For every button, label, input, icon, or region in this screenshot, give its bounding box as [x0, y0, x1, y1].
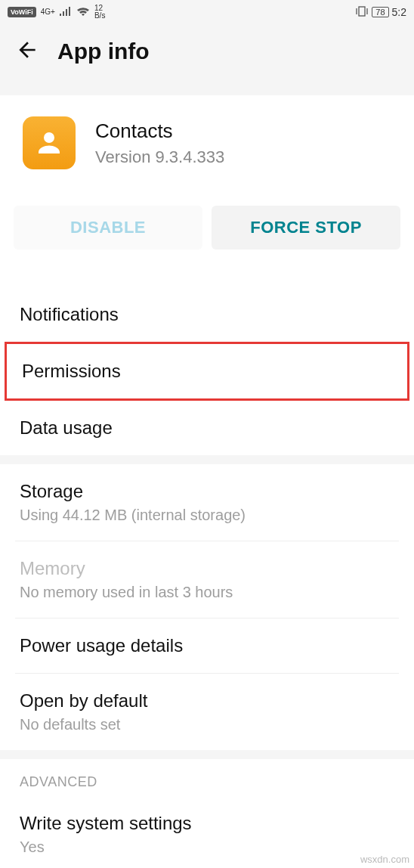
- storage-title: Storage: [20, 481, 394, 502]
- time-indicator: 5:2: [392, 6, 406, 18]
- svg-rect-0: [359, 7, 365, 16]
- write-settings-title: Write system settings: [20, 813, 394, 834]
- wifi-icon: [76, 6, 90, 18]
- force-stop-button[interactable]: FORCE STOP: [212, 206, 400, 250]
- storage-item[interactable]: Storage Using 44.12 MB (internal storage…: [0, 464, 414, 541]
- app-icon: [23, 116, 76, 169]
- watermark: wsxdn.com: [360, 854, 409, 865]
- open-default-title: Open by default: [20, 690, 394, 711]
- advanced-header: ADVANCED: [0, 759, 414, 796]
- memory-sub: No memory used in last 3 hours: [20, 584, 394, 601]
- status-right: 78 5:2: [355, 6, 406, 19]
- action-buttons: DISABLE FORCE STOP: [0, 183, 414, 257]
- back-icon[interactable]: [15, 38, 39, 65]
- power-usage-item[interactable]: Power usage details: [0, 618, 414, 673]
- data-usage-item[interactable]: Data usage: [0, 401, 414, 455]
- status-left: VoWiFi 4G+ 12 B/s: [8, 5, 105, 20]
- memory-item: Memory No memory used in last 3 hours: [0, 541, 414, 618]
- notifications-item[interactable]: Notifications: [0, 287, 414, 342]
- memory-title: Memory: [20, 558, 394, 579]
- signal-icon: [60, 6, 72, 18]
- app-version: Version 9.3.4.333: [95, 147, 224, 167]
- write-system-settings-item[interactable]: Write system settings Yes: [0, 796, 414, 868]
- vowifi-badge: VoWiFi: [8, 7, 36, 17]
- app-bar: App info: [0, 24, 414, 95]
- app-name: Contacts: [95, 119, 224, 143]
- battery-indicator: 78: [372, 7, 388, 17]
- disable-button[interactable]: DISABLE: [14, 206, 202, 250]
- section-divider: [0, 455, 414, 464]
- app-header: Contacts Version 9.3.4.333: [0, 95, 414, 183]
- network-speed: 12 B/s: [94, 5, 105, 20]
- app-meta: Contacts Version 9.3.4.333: [95, 119, 224, 167]
- status-bar: VoWiFi 4G+ 12 B/s 78 5:2: [0, 0, 414, 24]
- page-title: App info: [57, 39, 150, 64]
- vibrate-icon: [355, 6, 369, 19]
- open-by-default-item[interactable]: Open by default No defaults set: [0, 674, 414, 750]
- network-indicator: 4G+: [41, 8, 55, 16]
- storage-sub: Using 44.12 MB (internal storage): [20, 507, 394, 524]
- open-default-sub: No defaults set: [20, 716, 394, 733]
- permissions-item[interactable]: Permissions: [5, 342, 409, 401]
- write-settings-sub: Yes: [20, 839, 394, 856]
- section-divider: [0, 750, 414, 759]
